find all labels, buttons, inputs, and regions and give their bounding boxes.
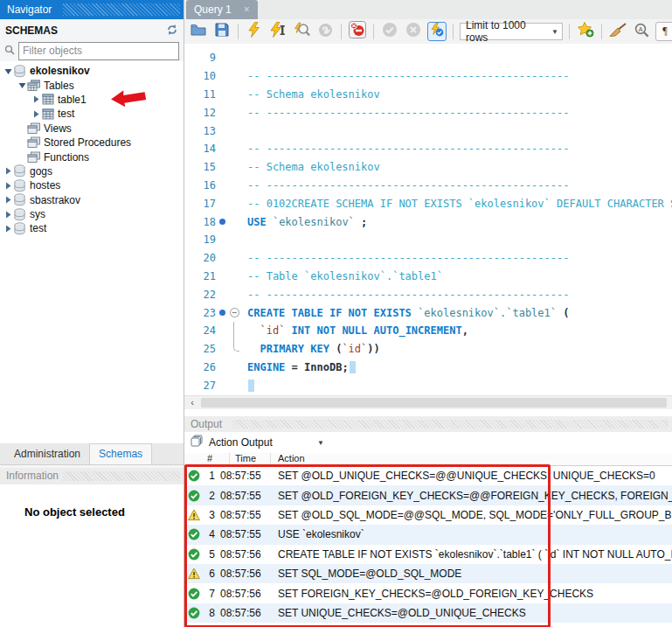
- code-text: -- 0102CREATE SCHEMA IF NOT EXISTS `ekol…: [240, 198, 672, 210]
- save-snippet-button[interactable]: [576, 22, 595, 41]
- show-invisibles-button[interactable]: ¶: [655, 22, 672, 41]
- tree-collapsed-icon[interactable]: [31, 110, 40, 118]
- filter-row: [0, 40, 184, 61]
- stop-disabled-icon: [318, 23, 333, 41]
- navigator-title: Navigator: [7, 3, 52, 16]
- tree-item-label: hostes: [27, 179, 60, 192]
- sql-editor[interactable]: 910-- ----------------------------------…: [184, 44, 672, 395]
- line-number: 20: [184, 252, 216, 264]
- fold-column: [228, 340, 240, 359]
- tree-collapsed-icon[interactable]: [3, 196, 12, 204]
- tree-item-label: gogs: [27, 165, 52, 178]
- code-text: -- -------------------------------------…: [240, 179, 569, 192]
- toggle-autocommit-button[interactable]: [427, 22, 447, 41]
- views-icon: [26, 122, 41, 135]
- open-script-button[interactable]: [189, 22, 208, 41]
- tree-item-test[interactable]: test: [0, 221, 184, 235]
- output-row[interactable]: 308:57:55SET @OLD_SQL_MODE=@@SQL_MODE, S…: [184, 505, 672, 525]
- output-row[interactable]: 608:57:56SET SQL_MODE=@OLD_SQL_MODE: [184, 564, 672, 583]
- editor-line-13: 13: [184, 122, 672, 140]
- toolbar-separator: [453, 24, 454, 39]
- output-row[interactable]: 208:57:55SET @OLD_FOREIGN_KEY_CHECKS=@@F…: [184, 485, 672, 505]
- editor-line-22: 22-- -----------------------------------…: [184, 285, 672, 303]
- tree-collapsed-icon[interactable]: [31, 95, 40, 103]
- limit-rows-dropdown[interactable]: Limit to 1000 rows▼: [460, 23, 563, 40]
- tree-item-hostes[interactable]: hostes: [0, 178, 184, 192]
- fold-collapse-icon[interactable]: −: [228, 303, 240, 322]
- output-row[interactable]: 508:57:56CREATE TABLE IF NOT EXISTS `eko…: [184, 545, 672, 564]
- fold-column: [228, 268, 240, 286]
- editor-line-15: 15-- Schema ekolesnikov: [184, 158, 672, 177]
- close-tab-icon[interactable]: ×: [244, 4, 250, 15]
- information-body: No object selected: [0, 484, 184, 627]
- tree-collapsed-icon[interactable]: [3, 225, 12, 233]
- chevron-down-icon: ▼: [551, 28, 558, 36]
- find-button[interactable]: A: [632, 22, 651, 41]
- text-caret: [248, 380, 254, 392]
- tab-administration[interactable]: Administration: [5, 444, 89, 464]
- code-text: ENGINE = InnoDB;: [240, 361, 356, 373]
- scrollbar-thumb[interactable]: [201, 398, 667, 408]
- tree-item-table1[interactable]: table1: [0, 93, 184, 107]
- tree-item-label: Stored Procedures: [41, 136, 131, 149]
- beautify-button[interactable]: [608, 22, 627, 41]
- tree-item-test[interactable]: test: [0, 107, 184, 121]
- tree-item-gogs[interactable]: gogs: [0, 164, 184, 178]
- execute-button[interactable]: [245, 22, 264, 41]
- navigator-title-bar: Navigator: [0, 0, 184, 19]
- tree-item-ekolesnikov[interactable]: ekolesnikov: [0, 64, 184, 78]
- scroll-left-button[interactable]: ‹: [186, 397, 198, 408]
- line-number: 25: [184, 343, 216, 355]
- tree-item-functions[interactable]: Functions: [0, 150, 184, 164]
- output-row[interactable]: 808:57:56SET UNIQUE_CHECKS=@OLD_UNIQUE_C…: [184, 603, 672, 623]
- database-icon: [12, 193, 27, 206]
- output-row[interactable]: 408:57:55USE `ekolesnikov`: [184, 525, 672, 544]
- fold-column: [228, 359, 240, 377]
- find-icon: A: [634, 23, 649, 41]
- tree-expanded-icon[interactable]: [17, 81, 26, 89]
- row-action: CREATE TABLE IF NOT EXISTS `ekolesnikov`…: [278, 548, 672, 561]
- tree-item-tables[interactable]: Tables: [0, 78, 184, 92]
- stop-button[interactable]: [315, 22, 335, 41]
- tree-collapsed-icon[interactable]: [3, 182, 12, 190]
- fold-column: [228, 158, 240, 177]
- schemas-header-label: SCHEMAS: [5, 24, 58, 37]
- filter-objects-input[interactable]: [18, 42, 179, 60]
- tree-item-sbastrakov[interactable]: sbastrakov: [0, 193, 184, 207]
- code-text: CREATE TABLE IF NOT EXISTS `ekolesnikov`…: [240, 307, 569, 319]
- rollback-button[interactable]: [404, 22, 423, 41]
- line-number: 13: [184, 125, 216, 137]
- fold-column: [228, 249, 240, 268]
- save-script-button[interactable]: [212, 22, 232, 41]
- tree-item-label: test: [27, 222, 46, 234]
- tree-collapsed-icon[interactable]: [3, 211, 12, 219]
- row-index: 3: [200, 509, 215, 521]
- autocommit-icon: [430, 23, 444, 40]
- output-row[interactable]: 108:57:55SET @OLD_UNIQUE_CHECKS=@@UNIQUE…: [184, 466, 672, 485]
- row-index: 7: [200, 588, 215, 600]
- code-text: -- -------------------------------------…: [240, 70, 569, 82]
- tree-item-label: sbastrakov: [27, 194, 80, 206]
- layers-icon: [191, 435, 203, 450]
- refresh-schemas-icon[interactable]: [166, 24, 178, 38]
- tree-expanded-icon[interactable]: [3, 67, 12, 75]
- line-number: 24: [184, 324, 216, 337]
- tree-item-stored-procedures[interactable]: Stored Procedures: [0, 136, 184, 150]
- output-view-select[interactable]: Action Output ▼: [209, 436, 324, 449]
- toggle-stop-on-error-button[interactable]: [348, 22, 367, 41]
- tab-query1[interactable]: Query 1 ×: [186, 0, 258, 19]
- table-icon: [40, 108, 55, 120]
- tree-collapsed-icon[interactable]: [3, 167, 12, 175]
- commit-button[interactable]: [380, 22, 399, 41]
- explain-button[interactable]: [292, 22, 311, 41]
- output-header-label: Output: [191, 418, 222, 430]
- tree-item-sys[interactable]: sys: [0, 207, 184, 221]
- editor-horizontal-scrollbar[interactable]: ‹: [184, 395, 672, 409]
- tree-item-views[interactable]: Views: [0, 122, 184, 136]
- output-row[interactable]: 708:57:56SET FOREIGN_KEY_CHECKS=@OLD_FOR…: [184, 583, 672, 603]
- schema-tree: ekolesnikovTablestable1testViewsStored P…: [0, 61, 184, 446]
- line-number: 15: [184, 161, 216, 173]
- tab-schemas[interactable]: Schemas: [89, 443, 152, 464]
- success-icon: [188, 470, 200, 482]
- execute-current-button[interactable]: [268, 22, 288, 41]
